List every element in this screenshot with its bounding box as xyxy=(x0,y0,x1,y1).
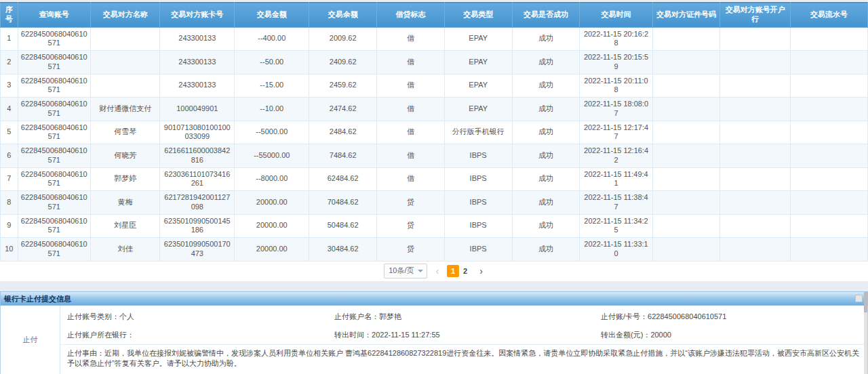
table-cell: 20000.00 xyxy=(235,191,309,215)
chevron-down-icon xyxy=(418,270,423,272)
field-stop-account-name: 止付账户名：郭梦艳 xyxy=(334,312,601,322)
table-cell xyxy=(652,27,720,51)
table-cell: 成功 xyxy=(512,144,580,168)
table-row[interactable]: 86228450068040610571黄梅621728194200112709… xyxy=(1,191,868,215)
column-header: 借贷标志 xyxy=(377,3,445,28)
info-row: 止付账号类别：个人 止付账户名：郭梦艳 止付账/卡号：6228450068040… xyxy=(60,308,867,326)
table-row[interactable]: 46228450068040610571财付通微信支付1000049901--1… xyxy=(1,98,868,121)
table-cell: 2409.62 xyxy=(309,51,377,75)
table-cell: 6217281942001127098 xyxy=(160,191,235,215)
table-cell: 5 xyxy=(1,121,18,144)
table-cell: 1000049901 xyxy=(160,98,235,121)
table-row[interactable]: 96228450068040610571刘星臣62350109905001451… xyxy=(1,214,868,238)
table-cell: 刘星臣 xyxy=(91,214,160,238)
table-cell: 30484.62 xyxy=(309,238,377,262)
table-cell: EPAY xyxy=(444,74,512,98)
table-cell: IBPS xyxy=(444,144,512,168)
table-cell: 6228450068040610571 xyxy=(18,74,90,98)
table-cell: 4 xyxy=(1,98,18,121)
table-cell: 20000.00 xyxy=(235,214,309,238)
column-header: 交易对方名称 xyxy=(91,3,160,28)
table-cell: 7484.62 xyxy=(309,144,377,168)
field-value: 20000 xyxy=(650,331,671,339)
table-cell xyxy=(91,27,160,51)
field-transfer-amount: 转出金额(元)：20000 xyxy=(601,330,867,340)
table-cell: 2022-11-15 18:08:07 xyxy=(580,98,652,121)
table-cell: 分行版手机银行 xyxy=(444,121,512,144)
scrollbar-thumb[interactable] xyxy=(864,292,867,312)
table-row[interactable]: 66228450068040610571何晓芳62166116000038428… xyxy=(1,144,868,168)
table-cell xyxy=(791,191,868,215)
field-value: 6228450068040610571 xyxy=(648,312,726,320)
table-cell: 6216611600003842816 xyxy=(160,144,235,168)
page-button-1[interactable]: 1 xyxy=(447,265,459,277)
table-cell: --5000.00 xyxy=(235,121,309,144)
table-cell: 成功 xyxy=(512,191,580,215)
table-cell: 2474.62 xyxy=(309,98,377,121)
table-cell xyxy=(791,74,868,98)
prev-page-icon[interactable]: ‹ xyxy=(434,266,440,276)
table-cell: 贷 xyxy=(377,214,445,238)
collapse-icon[interactable] xyxy=(855,295,863,302)
transactions-panel: 序号查询账号交易对方名称交易对方账卡号交易金额交易余额借贷标志交易类型交易是否成… xyxy=(0,2,868,282)
stop-payment-group: 止付 止付账号类别：个人 止付账户名：郭梦艳 止付账/卡号：6228450068… xyxy=(1,306,867,374)
table-cell: 6228450068040610571 xyxy=(18,121,90,144)
info-row: 止付账户所在银行： 转出时间：2022-11-15 11:27:55 转出金额(… xyxy=(60,326,867,344)
table-cell: 借 xyxy=(377,121,445,144)
page-button-2[interactable]: 2 xyxy=(459,265,471,277)
table-row[interactable]: 76228450068040610571郭梦婷62303611010734162… xyxy=(1,167,868,191)
table-cell: 50484.62 xyxy=(309,214,377,238)
table-cell: 成功 xyxy=(512,238,580,262)
table-row[interactable]: 56228450068040610571何雪琴90107130801001000… xyxy=(1,121,868,144)
table-cell: 成功 xyxy=(512,74,580,98)
stop-payment-group-content: 止付账号类别：个人 止付账户名：郭梦艳 止付账/卡号：6228450068040… xyxy=(60,306,867,374)
table-row[interactable]: 36228450068040610571243300133--15.002459… xyxy=(1,74,868,98)
stop-payment-section: 银行卡止付提交信息 止付 止付账号类别：个人 止付账户名：郭梦艳 止付账/卡号：… xyxy=(0,291,868,374)
table-cell: 6 xyxy=(1,144,18,168)
table-row[interactable]: 106228450068040610571刘佳62350109905001704… xyxy=(1,238,868,262)
field-stop-account-bank: 止付账户所在银行： xyxy=(67,330,334,340)
page-size-select[interactable]: 10条/页 xyxy=(384,264,427,278)
table-cell: 62484.62 xyxy=(309,167,377,191)
table-cell xyxy=(791,27,868,51)
field-value: 个人 xyxy=(119,312,134,320)
table-row[interactable]: 26228450068040610571243300133--50.002409… xyxy=(1,51,868,75)
header-row: 序号查询账号交易对方名称交易对方账卡号交易金额交易余额借贷标志交易类型交易是否成… xyxy=(1,3,868,28)
field-label: 止付账户名： xyxy=(334,312,379,320)
table-cell: --50.00 xyxy=(235,51,309,75)
field-label: 转出金额(元)： xyxy=(601,331,650,339)
field-stop-account-type: 止付账号类别：个人 xyxy=(67,312,334,322)
table-cell xyxy=(720,191,791,215)
stop-payment-info-panel: 止付 止付账号类别：个人 止付账户名：郭梦艳 止付账/卡号：6228450068… xyxy=(0,306,868,374)
table-cell: 成功 xyxy=(512,214,580,238)
table-cell xyxy=(720,74,791,98)
table-cell: IBPS xyxy=(444,167,512,191)
table-cell: 刘佳 xyxy=(91,238,160,262)
table-cell: 2022-11-15 11:33:10 xyxy=(580,238,652,262)
field-label: 转出时间： xyxy=(334,331,372,339)
next-page-icon[interactable]: › xyxy=(478,266,484,276)
field-value: 2022-11-15 11:27:55 xyxy=(372,331,440,339)
table-cell: 70484.62 xyxy=(309,191,377,215)
table-row[interactable]: 16228450068040610571243300133--400.00200… xyxy=(1,27,868,51)
table-cell: 借 xyxy=(377,27,445,51)
table-cell xyxy=(720,27,791,51)
table-cell: 贷 xyxy=(377,238,445,262)
column-header: 交易余额 xyxy=(309,3,377,28)
table-cell: 成功 xyxy=(512,51,580,75)
table-cell: 2459.62 xyxy=(309,74,377,98)
table-cell: --10.00 xyxy=(235,98,309,121)
column-header: 交易是否成功 xyxy=(512,3,580,28)
table-cell: 2022-11-15 11:49:41 xyxy=(580,167,652,191)
column-header: 交易类型 xyxy=(444,3,512,28)
pagination-bar: 10条/页 ‹ 12 › xyxy=(0,262,868,282)
column-header: 交易时间 xyxy=(580,3,652,28)
table-cell: 2009.62 xyxy=(309,27,377,51)
scrollbar[interactable] xyxy=(864,292,867,374)
column-header: 交易对方账号开户行 xyxy=(720,3,791,28)
table-cell: 成功 xyxy=(512,121,580,144)
column-header: 查询账号 xyxy=(18,3,90,28)
table-cell: 6228450068040610571 xyxy=(18,98,90,121)
field-label: 止付账号类别： xyxy=(67,312,119,320)
table-cell: 成功 xyxy=(512,98,580,121)
